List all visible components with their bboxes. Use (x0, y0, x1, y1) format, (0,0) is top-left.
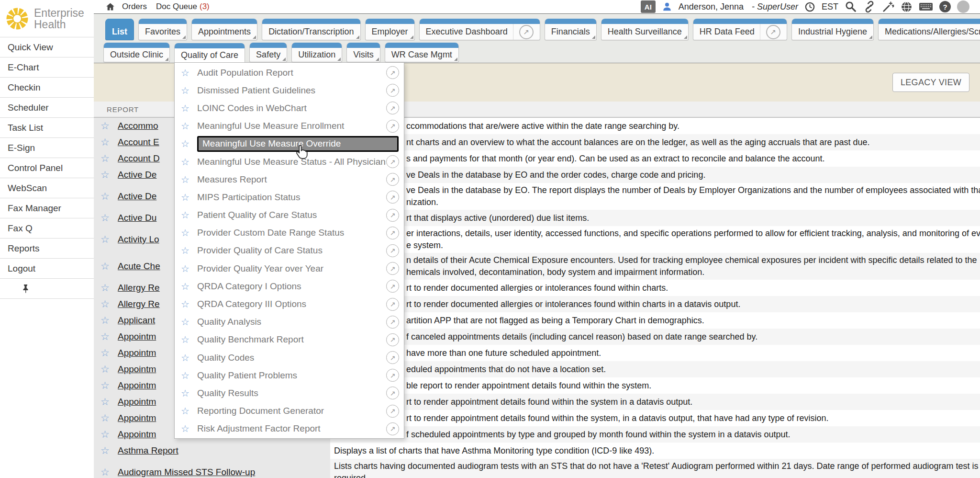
sidebar-item-logout[interactable]: Logout (0, 259, 94, 279)
tab-wr-case-mgmt[interactable]: WR Case Mgmt (385, 43, 459, 62)
open-report-new-window-icon[interactable]: ↗ (386, 369, 399, 382)
tab-financials[interactable]: Financials (545, 19, 597, 40)
menu-item-audit-population-report[interactable]: ☆Audit Population Report↗ (175, 64, 404, 81)
favorite-star-icon[interactable]: ☆ (181, 192, 197, 203)
favorite-star-icon[interactable]: ☆ (100, 364, 118, 375)
favorite-star-icon[interactable]: ☆ (181, 245, 197, 256)
open-report-new-window-icon[interactable]: ↗ (386, 84, 399, 97)
open-report-new-window-icon[interactable]: ↗ (386, 66, 399, 79)
report-link[interactable]: Appointm (118, 380, 156, 391)
favorite-star-icon[interactable]: ☆ (181, 138, 197, 149)
report-link[interactable]: Appointm (118, 397, 156, 407)
sidebar-item-task-list[interactable]: Task List (0, 118, 94, 138)
open-report-new-window-icon[interactable]: ↗ (386, 280, 399, 293)
report-link[interactable]: Active De (118, 170, 156, 180)
wand-icon[interactable] (882, 0, 894, 13)
menu-item-quality-results[interactable]: ☆Quality Results↗ (175, 384, 404, 402)
menu-item-reporting-document-generator[interactable]: ☆Reporting Document Generator↗ (175, 402, 404, 420)
report-link[interactable]: Active De (118, 191, 156, 202)
help-icon[interactable]: ? (939, 1, 951, 12)
tab-appointments[interactable]: Appointments (191, 19, 257, 40)
menu-item-meaningful-use-measure-override[interactable]: ☆Meaningful Use Measure Override (175, 135, 404, 153)
tab-safety[interactable]: Safety (249, 43, 287, 62)
open-report-new-window-icon[interactable]: ↗ (386, 227, 399, 239)
tab-dictation-transcription[interactable]: Dictation/Transcription (262, 19, 360, 40)
favorite-star-icon[interactable]: ☆ (100, 212, 118, 224)
favorite-star-icon[interactable]: ☆ (100, 347, 118, 359)
sidebar-item-fax-q[interactable]: Fax Q (0, 218, 94, 239)
report-link[interactable]: Applicant (118, 315, 155, 326)
menu-item-quality-codes[interactable]: ☆Quality Codes↗ (175, 349, 404, 366)
open-report-new-window-icon[interactable]: ↗ (386, 298, 399, 311)
favorite-star-icon[interactable]: ☆ (100, 412, 118, 424)
favorite-star-icon[interactable]: ☆ (100, 282, 118, 294)
report-link[interactable]: Allergy Re (118, 283, 160, 293)
tab-industrial-hygiene[interactable]: Industrial Hygiene (791, 19, 874, 40)
favorite-star-icon[interactable]: ☆ (100, 315, 118, 326)
report-link[interactable]: Activity Lo (118, 234, 159, 245)
sidebar-item-checkin[interactable]: Checkin (0, 78, 94, 98)
menu-item-measures-report[interactable]: ☆Measures Report↗ (175, 171, 404, 188)
favorite-star-icon[interactable]: ☆ (100, 331, 118, 342)
favorite-star-icon[interactable]: ☆ (181, 209, 197, 221)
menu-item-quality-benchmark-report[interactable]: ☆Quality Benchmark Report↗ (175, 331, 404, 349)
menu-item-meaningful-use-measure-enrollment[interactable]: ☆Meaningful Use Measure Enrollment↗ (175, 117, 404, 135)
avatar-circle[interactable] (957, 0, 969, 13)
open-report-new-window-icon[interactable]: ↗ (386, 209, 399, 222)
favorite-star-icon[interactable]: ☆ (181, 102, 197, 114)
favorite-star-icon[interactable]: ☆ (100, 467, 118, 478)
favorite-star-icon[interactable]: ☆ (100, 137, 118, 148)
tab-outside-clinic[interactable]: Outside Clinic (103, 43, 170, 62)
report-link[interactable]: Account E (118, 137, 159, 148)
favorite-star-icon[interactable]: ☆ (181, 263, 197, 274)
breadcrumb-orders[interactable]: Orders (122, 2, 147, 11)
tab-favorites[interactable]: Favorites (138, 19, 187, 40)
favorite-star-icon[interactable]: ☆ (181, 334, 197, 345)
menu-item-qrda-category-i-options[interactable]: ☆QRDA Category I Options↗ (175, 277, 404, 295)
sidebar-item-webscan[interactable]: WebScan (0, 178, 94, 198)
favorite-star-icon[interactable]: ☆ (100, 429, 118, 440)
tab-executive-dashboard[interactable]: Executive Dashboard↗ (419, 19, 540, 40)
menu-item-dismissed-patient-guidelines[interactable]: ☆Dismissed Patient Guidelines↗ (175, 81, 404, 99)
favorite-star-icon[interactable]: ☆ (181, 387, 197, 399)
report-link[interactable]: Audiogram Missed STS Follow-up (118, 467, 255, 478)
sidebar-item-quick-view[interactable]: Quick View (0, 37, 94, 57)
favorite-star-icon[interactable]: ☆ (100, 445, 118, 456)
open-report-new-window-icon[interactable]: ↗ (386, 262, 399, 275)
menu-item-loinc-codes-in-webchart[interactable]: ☆LOINC Codes in WebChart↗ (175, 99, 404, 117)
ai-badge[interactable]: AI (641, 0, 656, 13)
report-link[interactable]: Active Du (118, 213, 156, 223)
open-report-new-window-icon[interactable]: ↗ (386, 155, 399, 168)
report-link[interactable]: Allergy Re (118, 299, 160, 309)
sidebar-item-reports[interactable]: Reports (0, 239, 94, 259)
menu-item-qrda-category-iii-options[interactable]: ☆QRDA Category III Options↗ (175, 295, 404, 313)
globe-icon[interactable] (901, 1, 913, 13)
favorite-star-icon[interactable]: ☆ (181, 67, 197, 79)
menu-item-meaningful-use-measure-status-all-physicians[interactable]: ☆Meaningful Use Measure Status - All Phy… (175, 153, 404, 171)
favorite-star-icon[interactable]: ☆ (181, 352, 197, 364)
report-link[interactable]: Asthma Report (118, 445, 178, 456)
report-link[interactable]: Acute Che (118, 261, 160, 272)
favorite-star-icon[interactable]: ☆ (100, 191, 118, 202)
search-icon[interactable] (845, 0, 857, 13)
report-link[interactable]: Appointm (118, 348, 156, 358)
tab-utilization[interactable]: Utilization (291, 43, 342, 62)
report-link[interactable]: Appointm (118, 331, 156, 342)
favorite-star-icon[interactable]: ☆ (181, 370, 197, 381)
sidebar-item-e-sign[interactable]: E-Sign (0, 138, 94, 158)
favorite-star-icon[interactable]: ☆ (181, 156, 197, 168)
tab-list[interactable]: List (105, 19, 134, 40)
favorite-star-icon[interactable]: ☆ (181, 174, 197, 185)
open-report-new-window-icon[interactable]: ↗ (386, 316, 399, 329)
link-icon[interactable] (863, 0, 876, 13)
open-report-new-window-icon[interactable]: ↗ (386, 102, 399, 114)
report-link[interactable]: Account D (118, 153, 160, 164)
favorite-star-icon[interactable]: ☆ (100, 380, 118, 391)
favorite-star-icon[interactable]: ☆ (100, 396, 118, 408)
home-icon[interactable] (105, 2, 115, 11)
favorite-star-icon[interactable]: ☆ (100, 261, 118, 272)
user-name[interactable]: Anderson, Jenna (679, 2, 744, 12)
clock-icon[interactable] (804, 1, 815, 12)
favorite-star-icon[interactable]: ☆ (100, 153, 118, 164)
favorite-star-icon[interactable]: ☆ (100, 298, 118, 310)
